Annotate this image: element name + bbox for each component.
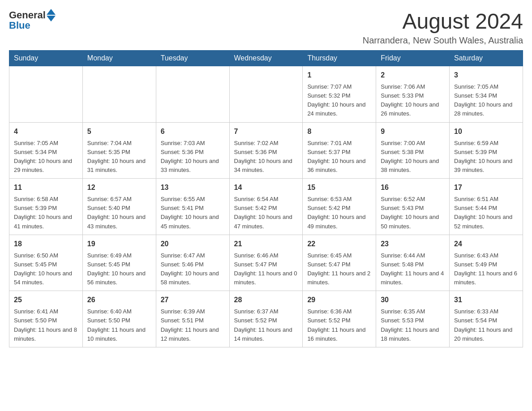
day-cell: 26Sunrise: 6:40 AM Sunset: 5:50 PM Dayli… <box>82 291 156 347</box>
location-title: Narrandera, New South Wales, Australia <box>363 35 523 46</box>
day-cell: 12Sunrise: 6:57 AM Sunset: 5:40 PM Dayli… <box>82 179 156 235</box>
week-row-2: 4Sunrise: 7:05 AM Sunset: 5:34 PM Daylig… <box>9 122 523 179</box>
day-number: 22 <box>307 239 371 249</box>
day-number: 27 <box>161 295 225 305</box>
logo-blue-text: Blue <box>9 20 30 31</box>
day-cell: 8Sunrise: 7:01 AM Sunset: 5:37 PM Daylig… <box>303 122 376 179</box>
day-info: Sunrise: 6:46 AM Sunset: 5:47 PM Dayligh… <box>234 251 298 287</box>
days-of-week-row: SundayMondayTuesdayWednesdayThursdayFrid… <box>9 51 523 66</box>
day-cell: 17Sunrise: 6:51 AM Sunset: 5:44 PM Dayli… <box>450 179 523 235</box>
week-row-5: 25Sunrise: 6:41 AM Sunset: 5:50 PM Dayli… <box>9 291 523 347</box>
day-header-saturday: Saturday <box>450 51 523 66</box>
day-cell <box>82 66 156 123</box>
day-info: Sunrise: 7:07 AM Sunset: 5:32 PM Dayligh… <box>307 82 371 119</box>
day-number: 18 <box>14 239 78 249</box>
day-cell: 30Sunrise: 6:35 AM Sunset: 5:53 PM Dayli… <box>376 291 450 347</box>
week-row-4: 18Sunrise: 6:50 AM Sunset: 5:45 PM Dayli… <box>9 235 523 291</box>
day-cell: 19Sunrise: 6:49 AM Sunset: 5:45 PM Dayli… <box>82 235 156 291</box>
day-header-thursday: Thursday <box>303 51 376 66</box>
day-cell: 22Sunrise: 6:45 AM Sunset: 5:47 PM Dayli… <box>303 235 376 291</box>
day-number: 30 <box>381 295 445 305</box>
day-cell: 29Sunrise: 6:36 AM Sunset: 5:52 PM Dayli… <box>303 291 376 347</box>
day-info: Sunrise: 6:51 AM Sunset: 5:44 PM Dayligh… <box>454 195 518 231</box>
day-cell: 16Sunrise: 6:52 AM Sunset: 5:43 PM Dayli… <box>376 179 450 235</box>
day-info: Sunrise: 7:04 AM Sunset: 5:35 PM Dayligh… <box>87 139 151 175</box>
day-info: Sunrise: 6:58 AM Sunset: 5:39 PM Dayligh… <box>14 195 78 231</box>
day-cell: 1Sunrise: 7:07 AM Sunset: 5:32 PM Daylig… <box>303 66 376 123</box>
day-info: Sunrise: 7:02 AM Sunset: 5:36 PM Dayligh… <box>234 139 298 175</box>
header: General Blue August 2024 Narrandera, New… <box>9 9 523 46</box>
day-info: Sunrise: 6:43 AM Sunset: 5:49 PM Dayligh… <box>454 251 518 287</box>
day-number: 25 <box>14 295 78 305</box>
day-info: Sunrise: 6:59 AM Sunset: 5:39 PM Dayligh… <box>454 139 518 175</box>
day-cell <box>156 66 229 123</box>
day-number: 5 <box>87 126 151 137</box>
day-cell: 6Sunrise: 7:03 AM Sunset: 5:36 PM Daylig… <box>156 122 229 179</box>
day-info: Sunrise: 6:35 AM Sunset: 5:53 PM Dayligh… <box>381 307 445 343</box>
month-title: August 2024 <box>363 9 523 34</box>
day-header-tuesday: Tuesday <box>156 51 229 66</box>
day-number: 29 <box>307 295 371 305</box>
day-header-monday: Monday <box>82 51 156 66</box>
day-number: 14 <box>234 182 298 193</box>
day-cell: 3Sunrise: 7:05 AM Sunset: 5:34 PM Daylig… <box>450 66 523 123</box>
day-info: Sunrise: 6:33 AM Sunset: 5:54 PM Dayligh… <box>454 307 518 343</box>
day-info: Sunrise: 6:40 AM Sunset: 5:50 PM Dayligh… <box>87 307 151 343</box>
day-info: Sunrise: 6:45 AM Sunset: 5:47 PM Dayligh… <box>307 251 371 287</box>
week-row-1: 1Sunrise: 7:07 AM Sunset: 5:32 PM Daylig… <box>9 66 523 123</box>
day-number: 1 <box>307 70 371 81</box>
day-cell: 15Sunrise: 6:53 AM Sunset: 5:42 PM Dayli… <box>303 179 376 235</box>
day-number: 8 <box>307 126 371 137</box>
day-cell: 7Sunrise: 7:02 AM Sunset: 5:36 PM Daylig… <box>229 122 303 179</box>
day-cell: 25Sunrise: 6:41 AM Sunset: 5:50 PM Dayli… <box>9 291 83 347</box>
calendar-table: SundayMondayTuesdayWednesdayThursdayFrid… <box>9 50 523 347</box>
day-info: Sunrise: 7:05 AM Sunset: 5:34 PM Dayligh… <box>454 82 518 119</box>
day-cell: 23Sunrise: 6:44 AM Sunset: 5:48 PM Dayli… <box>376 235 450 291</box>
day-header-sunday: Sunday <box>9 51 83 66</box>
day-cell: 31Sunrise: 6:33 AM Sunset: 5:54 PM Dayli… <box>450 291 523 347</box>
day-info: Sunrise: 6:36 AM Sunset: 5:52 PM Dayligh… <box>307 307 371 343</box>
day-number: 7 <box>234 126 298 137</box>
day-number: 21 <box>234 239 298 249</box>
day-number: 12 <box>87 182 151 193</box>
day-info: Sunrise: 7:01 AM Sunset: 5:37 PM Dayligh… <box>307 139 371 175</box>
logo: General Blue <box>9 9 56 31</box>
day-number: 10 <box>454 126 518 137</box>
day-cell: 28Sunrise: 6:37 AM Sunset: 5:52 PM Dayli… <box>229 291 303 347</box>
day-info: Sunrise: 6:47 AM Sunset: 5:46 PM Dayligh… <box>161 251 225 287</box>
day-cell <box>9 66 83 123</box>
day-cell: 18Sunrise: 6:50 AM Sunset: 5:45 PM Dayli… <box>9 235 83 291</box>
day-info: Sunrise: 6:37 AM Sunset: 5:52 PM Dayligh… <box>234 307 298 343</box>
day-number: 17 <box>454 182 518 193</box>
day-info: Sunrise: 6:54 AM Sunset: 5:42 PM Dayligh… <box>234 195 298 231</box>
day-number: 15 <box>307 182 371 193</box>
day-number: 26 <box>87 295 151 305</box>
day-number: 6 <box>161 126 225 137</box>
day-info: Sunrise: 7:03 AM Sunset: 5:36 PM Dayligh… <box>161 139 225 175</box>
day-number: 2 <box>381 70 445 81</box>
day-number: 11 <box>14 182 78 193</box>
day-info: Sunrise: 6:39 AM Sunset: 5:51 PM Dayligh… <box>161 307 225 343</box>
day-cell: 10Sunrise: 6:59 AM Sunset: 5:39 PM Dayli… <box>450 122 523 179</box>
day-info: Sunrise: 6:55 AM Sunset: 5:41 PM Dayligh… <box>161 195 225 231</box>
day-cell: 4Sunrise: 7:05 AM Sunset: 5:34 PM Daylig… <box>9 122 83 179</box>
day-info: Sunrise: 6:44 AM Sunset: 5:48 PM Dayligh… <box>381 251 445 287</box>
day-cell: 14Sunrise: 6:54 AM Sunset: 5:42 PM Dayli… <box>229 179 303 235</box>
day-cell: 24Sunrise: 6:43 AM Sunset: 5:49 PM Dayli… <box>450 235 523 291</box>
day-cell: 11Sunrise: 6:58 AM Sunset: 5:39 PM Dayli… <box>9 179 83 235</box>
day-info: Sunrise: 6:57 AM Sunset: 5:40 PM Dayligh… <box>87 195 151 231</box>
day-number: 9 <box>381 126 445 137</box>
day-number: 20 <box>161 239 225 249</box>
day-cell: 21Sunrise: 6:46 AM Sunset: 5:47 PM Dayli… <box>229 235 303 291</box>
day-number: 24 <box>454 239 518 249</box>
day-info: Sunrise: 7:05 AM Sunset: 5:34 PM Dayligh… <box>14 139 78 175</box>
day-cell: 13Sunrise: 6:55 AM Sunset: 5:41 PM Dayli… <box>156 179 229 235</box>
day-cell: 9Sunrise: 7:00 AM Sunset: 5:38 PM Daylig… <box>376 122 450 179</box>
day-info: Sunrise: 6:53 AM Sunset: 5:42 PM Dayligh… <box>307 195 371 231</box>
day-info: Sunrise: 6:41 AM Sunset: 5:50 PM Dayligh… <box>14 307 78 343</box>
day-info: Sunrise: 7:06 AM Sunset: 5:33 PM Dayligh… <box>381 82 445 119</box>
day-info: Sunrise: 6:50 AM Sunset: 5:45 PM Dayligh… <box>14 251 78 287</box>
title-area: August 2024 Narrandera, New South Wales,… <box>363 9 523 46</box>
day-header-wednesday: Wednesday <box>229 51 303 66</box>
day-cell: 20Sunrise: 6:47 AM Sunset: 5:46 PM Dayli… <box>156 235 229 291</box>
